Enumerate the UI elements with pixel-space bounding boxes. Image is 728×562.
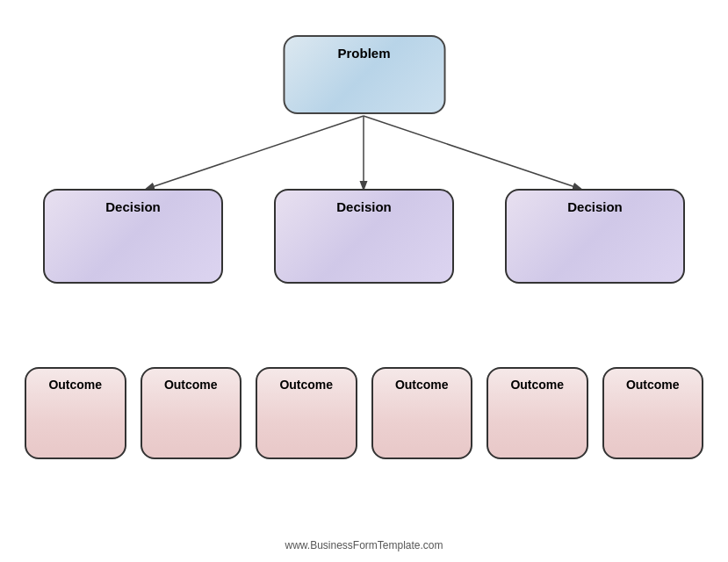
footer-text: www.BusinessFormTemplate.com <box>285 539 443 551</box>
outcome-node-5: Outcome <box>487 367 588 459</box>
decision-node-3: Decision <box>505 189 685 284</box>
outcome-label-5: Outcome <box>510 378 564 392</box>
decision-label-3: Decision <box>567 199 623 214</box>
decision-node-2: Decision <box>274 189 454 284</box>
diagram-container: Problem Decision Decision Decision Outco… <box>0 0 728 536</box>
problem-label: Problem <box>337 46 390 61</box>
outcome-label-4: Outcome <box>395 378 449 392</box>
outcome-label-1: Outcome <box>48 378 102 392</box>
problem-node: Problem <box>283 35 445 114</box>
outcome-label-2: Outcome <box>164 378 218 392</box>
outcome-label-6: Outcome <box>626 378 680 392</box>
outcome-node-3: Outcome <box>256 367 357 459</box>
outcome-node-4: Outcome <box>371 367 473 459</box>
outcome-row: Outcome Outcome Outcome Outcome Outcome … <box>0 367 728 459</box>
decision-label-2: Decision <box>336 199 392 214</box>
svg-line-2 <box>364 116 580 189</box>
decision-node-1: Decision <box>43 189 223 284</box>
outcome-label-3: Outcome <box>279 378 333 392</box>
svg-line-0 <box>147 116 364 189</box>
decision-row: Decision Decision Decision <box>0 189 728 284</box>
footer: www.BusinessFormTemplate.com <box>0 539 728 551</box>
outcome-node-1: Outcome <box>25 367 126 459</box>
outcome-node-2: Outcome <box>141 367 242 459</box>
outcome-node-6: Outcome <box>602 367 704 459</box>
decision-label-1: Decision <box>105 199 161 214</box>
